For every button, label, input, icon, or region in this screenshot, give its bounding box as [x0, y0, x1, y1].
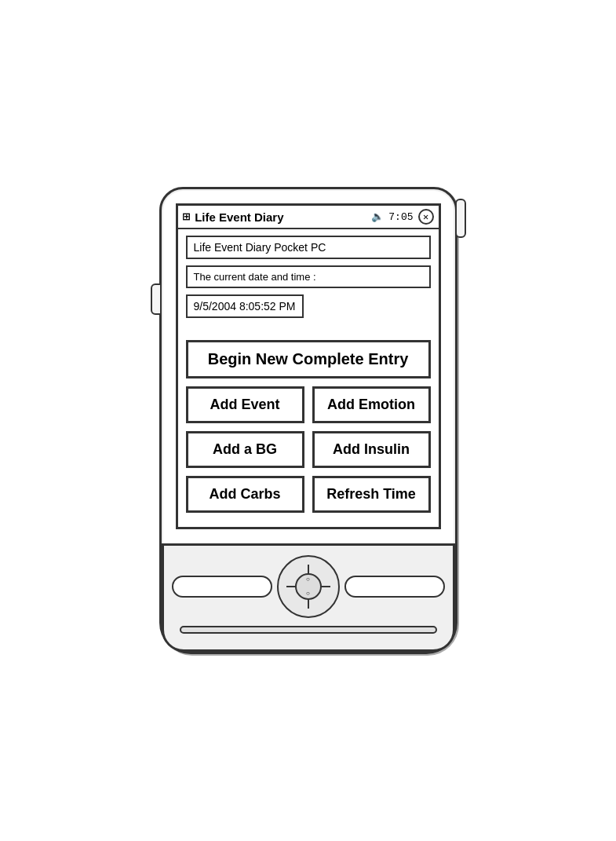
side-button[interactable] [151, 283, 162, 315]
row-event-emotion: Add Event Add Emotion [186, 386, 431, 423]
dpad-inner[interactable] [295, 573, 322, 600]
screen-content: Life Event Diary Pocket PC The current d… [178, 229, 439, 527]
date-label-text: The current date and time : [194, 271, 316, 283]
row-bg-insulin: Add a BG Add Insulin [186, 431, 431, 468]
add-insulin-button[interactable]: Add Insulin [312, 431, 431, 468]
row-carbs-refresh: Add Carbs Refresh Time [186, 476, 431, 513]
title-bar-right: 🔈 7:05 ✕ [371, 209, 433, 225]
dpad-wrapper [277, 555, 340, 618]
soft-key-left[interactable] [172, 576, 272, 598]
device: ⊞ Life Event Diary 🔈 7:05 ✕ Life Event D… [159, 187, 457, 654]
app-name-box: Life Event Diary Pocket PC [186, 236, 431, 259]
dpad-outer[interactable] [277, 555, 340, 618]
datetime-value-box: 9/5/2004 8:05:52 PM [186, 294, 304, 318]
add-event-button[interactable]: Add Event [186, 386, 304, 423]
close-button[interactable]: ✕ [418, 209, 434, 225]
nav-buttons-row [172, 555, 445, 618]
add-carbs-button[interactable]: Add Carbs [186, 476, 304, 513]
app-name-text: Life Event Diary Pocket PC [194, 241, 326, 254]
date-label-box: The current date and time : [186, 265, 431, 288]
windows-logo-icon: ⊞ [183, 209, 191, 225]
refresh-time-button[interactable]: Refresh Time [312, 476, 431, 513]
add-bg-button[interactable]: Add a BG [186, 431, 304, 468]
soft-key-right[interactable] [344, 576, 445, 598]
app-title: Life Event Diary [195, 210, 371, 224]
time-display: 7:05 [388, 211, 413, 223]
bottom-navigation [162, 543, 455, 652]
stylus-holder [455, 199, 466, 238]
screen: ⊞ Life Event Diary 🔈 7:05 ✕ Life Event D… [176, 203, 441, 529]
datetime-text: 9/5/2004 8:05:52 PM [194, 300, 296, 313]
bottom-bar [180, 626, 437, 634]
title-bar: ⊞ Life Event Diary 🔈 7:05 ✕ [178, 206, 439, 229]
begin-new-entry-button[interactable]: Begin New Complete Entry [186, 340, 431, 378]
speaker-icon: 🔈 [371, 210, 384, 223]
add-emotion-button[interactable]: Add Emotion [312, 386, 431, 423]
